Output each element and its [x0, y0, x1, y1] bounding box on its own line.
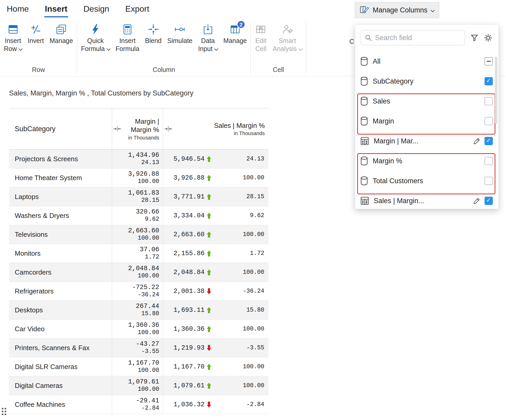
table-row[interactable]: Digital SLR Cameras 1,167.70 100.00 1,16…	[9, 357, 268, 376]
field-checkbox[interactable]	[485, 57, 493, 65]
field-item[interactable]: Sales	[360, 93, 493, 110]
blend-button[interactable]: Blend	[142, 20, 164, 45]
trend-arrow-icon	[207, 175, 211, 181]
table-row[interactable]: Camcorders 2,048.84 100.00 2,048.84 100.…	[9, 263, 268, 282]
sales-cell: 3,334.04 9.62	[163, 206, 268, 225]
tab-export[interactable]: Export	[125, 4, 150, 16]
sales-cell: 1,036.32 -2.84	[163, 395, 268, 414]
table-row[interactable]: Refrigerators -725.22 -36.24 2,001.38 -3…	[9, 282, 268, 301]
database-field-icon	[360, 57, 368, 66]
margin-cell: 1,061.83 28.15	[112, 187, 163, 206]
field-item[interactable]: Margin | Mar...	[360, 132, 493, 150]
field-checkbox[interactable]	[485, 157, 493, 165]
field-checkbox[interactable]	[485, 197, 493, 205]
ribbon-group-cell: Edit Cell Smart Analysis Cell	[251, 20, 306, 76]
ribbon-group-column: Quick Formula Insert Formula	[77, 20, 251, 76]
subcategory-cell: Washers & Dryers	[9, 206, 112, 225]
data-input-icon	[202, 22, 214, 37]
tab-home[interactable]: Home	[6, 4, 29, 16]
field-checkbox[interactable]	[485, 137, 493, 145]
database-field-icon	[360, 116, 368, 126]
formula-field-icon	[360, 196, 369, 205]
margin-cell: 1,360.36 100.00	[112, 320, 163, 338]
manage-columns-button[interactable]: Manage Columns	[355, 2, 439, 18]
field-checkbox[interactable]	[485, 97, 493, 105]
field-item[interactable]: Margin	[360, 113, 493, 130]
database-field-icon	[360, 77, 368, 86]
search-input[interactable]	[375, 34, 461, 42]
edit-cell-button[interactable]: Edit Cell	[252, 20, 270, 53]
sales-cell: 1,167.70 100.00	[163, 357, 268, 376]
trend-arrow-icon	[207, 288, 211, 294]
table-row[interactable]: Projectors & Screens 1,434.96 24.13 5,94…	[9, 150, 268, 168]
table-row[interactable]: Digital Cameras 1,079.61 100.00 1,079.61…	[9, 376, 268, 395]
ribbon-group-label-cell: Cell	[251, 66, 306, 76]
clipped-tool-label: C	[349, 38, 354, 45]
tab-design[interactable]: Design	[83, 4, 110, 16]
smart-analysis-button[interactable]: Smart Analysis	[270, 20, 305, 53]
trend-arrow-icon	[207, 156, 211, 162]
smart-analysis-icon	[281, 22, 294, 37]
tab-insert[interactable]: Insert	[44, 4, 68, 17]
table-row[interactable]: Home Theater System 3,926.88 100.00 3,92…	[9, 168, 268, 187]
edit-formula-pencil-icon[interactable]	[473, 137, 480, 145]
ribbon-group-label-column: Column	[77, 66, 251, 76]
column-header-subcategory[interactable]: SubCategory	[9, 108, 112, 149]
table-row[interactable]: Car Video 1,360.36 100.00 1,360.36 100.0…	[9, 320, 268, 338]
field-item[interactable]: Total Customers	[360, 172, 493, 189]
margin-cell: 2,048.84 100.00	[112, 263, 163, 282]
field-item[interactable]: SubCategory	[360, 73, 493, 90]
field-item[interactable]: Margin %	[360, 152, 493, 170]
subcategory-cell: Laptops	[9, 187, 112, 206]
table-row[interactable]: Laptops 1,061.83 28.15 3,771.91 28.15	[9, 187, 268, 206]
invert-button[interactable]: Invert	[25, 20, 47, 45]
field-checkbox[interactable]	[485, 77, 493, 85]
table-row[interactable]: Coffee Machines -29.41 -2.84 1,036.32 -2…	[9, 395, 268, 414]
collapse-column-icon[interactable]	[113, 126, 121, 132]
table-row[interactable]: Printers, Scanners & Fax -43.27 -3.55 1,…	[9, 338, 268, 357]
subcategory-cell: Desktops	[9, 301, 112, 319]
drag-handle-icon[interactable]	[2, 408, 6, 415]
simulate-button[interactable]: Simulate	[164, 20, 195, 45]
subcategory-cell: Refrigerators	[9, 282, 112, 300]
subcategory-cell: Projectors & Screens	[9, 150, 112, 168]
scrollbar-thumb[interactable]	[495, 57, 497, 124]
field-checkbox[interactable]	[485, 117, 493, 125]
table-row[interactable]: Monitors 37.06 1.72 2,155.86 1.72	[9, 244, 268, 263]
margin-cell: 1,167.70 100.00	[112, 357, 163, 376]
edit-formula-pencil-icon[interactable]	[473, 197, 480, 204]
manage-rows-button[interactable]: Manage	[47, 20, 76, 45]
subcategory-cell: Monitors	[9, 244, 112, 263]
database-field-icon	[360, 156, 368, 166]
table-row[interactable]: Desktops 267.44 15.80 1,693.11 15.80	[9, 301, 268, 320]
collapse-column-icon[interactable]	[164, 126, 172, 132]
table-row[interactable]: Washers & Dryers 320.66 9.62 3,334.04 9.…	[9, 206, 268, 225]
manage-columns-tool-button[interactable]: 2 Manage	[221, 20, 250, 45]
filter-icon[interactable]	[471, 34, 478, 42]
insert-formula-button[interactable]: Insert Formula	[113, 20, 142, 53]
sales-cell: 2,048.84 100.00	[163, 263, 268, 282]
margin-cell: 37.06 1.72	[112, 244, 163, 263]
trend-arrow-icon	[207, 212, 211, 219]
subcategory-cell: Printers, Scanners & Fax	[9, 338, 112, 357]
trend-arrow-icon	[207, 307, 211, 313]
manage-columns-icon	[359, 5, 370, 15]
sales-cell: 1,219.93 -3.55	[163, 338, 268, 357]
insert-row-button[interactable]: Insert Row	[1, 20, 25, 53]
trend-arrow-icon	[207, 326, 211, 332]
margin-cell: 320.66 9.62	[112, 206, 163, 225]
data-input-button[interactable]: Data Input	[195, 20, 221, 53]
settings-gear-icon[interactable]	[484, 34, 492, 42]
table-row[interactable]: Televisions 2,663.60 100.00 2,663.60 100…	[9, 225, 268, 244]
insert-row-icon	[7, 22, 19, 37]
field-item[interactable]: Sales | Margin...	[360, 192, 493, 209]
sales-cell: 3,771.91 28.15	[163, 187, 268, 206]
insert-formula-icon	[121, 22, 134, 37]
column-header-sales[interactable]: Sales | Margin % in Thousands	[163, 108, 268, 149]
field-item[interactable]: All	[360, 53, 493, 70]
field-checkbox[interactable]	[485, 177, 493, 185]
column-header-margin[interactable]: Margin | Margin % in Thousands	[112, 108, 163, 149]
quick-formula-button[interactable]: Quick Formula	[78, 20, 113, 53]
sales-cell: 3,926.88 100.00	[163, 168, 268, 187]
margin-cell: 1,079.61 100.00	[112, 376, 163, 395]
